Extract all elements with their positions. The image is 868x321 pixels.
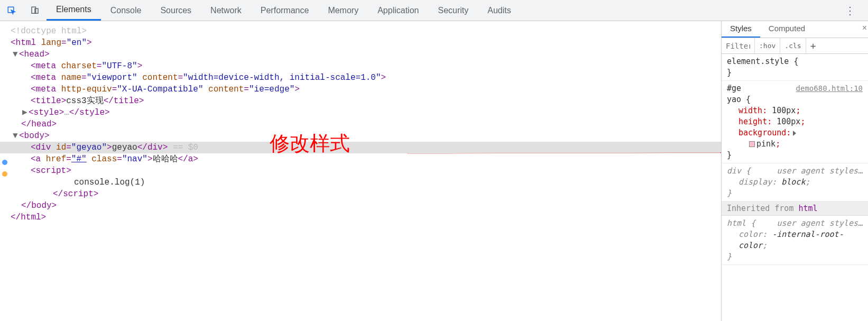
dom-line[interactable]: <title>css3实现</title> <box>0 95 721 107</box>
tab-memory[interactable]: Memory <box>318 0 368 21</box>
css-property[interactable]: width: 100px; <box>727 105 863 116</box>
tab-sources[interactable]: Sources <box>151 0 201 21</box>
dom-line[interactable]: ▼<head> <box>0 49 721 60</box>
new-style-rule-icon[interactable]: + <box>806 38 820 53</box>
styles-filter-row: :hov .cls + <box>722 38 868 54</box>
dom-line[interactable]: <a href="#" class="nav">哈哈哈</a> <box>0 153 721 165</box>
hov-toggle[interactable]: :hov <box>754 38 780 53</box>
style-rule-geyao[interactable]: demo680.html:10 #ge yao { width: 100px; … <box>722 81 868 163</box>
color-swatch-icon[interactable] <box>749 141 755 147</box>
dom-line[interactable]: </script> <box>0 188 721 200</box>
inspect-icon[interactable] <box>3 2 20 19</box>
ua-label: user agent styles… <box>777 166 863 177</box>
css-property: display: block; <box>727 177 863 188</box>
dom-line[interactable]: <meta charset="UTF-8"> <box>0 60 721 72</box>
source-link[interactable]: demo680.html:10 <box>796 83 863 94</box>
selector-text: element.style { <box>727 57 798 66</box>
elements-panel[interactable]: <!doctype html> <html lang="en"> ▼<head>… <box>0 21 721 321</box>
style-rule-html-ua[interactable]: user agent styles… html { color: -intern… <box>722 216 868 265</box>
tab-audits[interactable]: Audits <box>478 0 520 21</box>
dom-line[interactable]: ▼<body> <box>0 130 721 142</box>
dom-line[interactable]: </head> <box>0 118 721 130</box>
dom-line[interactable]: </html> <box>0 212 721 223</box>
tab-elements[interactable]: Elements <box>47 0 101 21</box>
kebab-menu-icon[interactable]: ⋮ <box>839 4 861 17</box>
tab-console[interactable]: Console <box>101 0 151 21</box>
devtools-toolbar: Elements Console Sources Network Perform… <box>0 0 868 21</box>
expand-icon[interactable] <box>793 131 796 136</box>
gutter-marker-icon <box>2 171 7 177</box>
toolbar-right: ⋮ <box>839 4 868 17</box>
style-rule-div-ua[interactable]: user agent styles… div { display: block;… <box>722 163 868 201</box>
selector-text: html { <box>727 218 755 228</box>
gutter-marker-icon <box>2 160 7 165</box>
css-property-value[interactable]: pink; <box>727 139 863 150</box>
style-rule-element[interactable]: element.style { } <box>722 54 868 81</box>
dom-line[interactable]: <script> <box>0 165 721 177</box>
cls-toggle[interactable]: .cls <box>780 38 805 53</box>
css-property[interactable]: background: <box>727 127 863 139</box>
css-property: color: -internal-root-color; <box>727 229 863 251</box>
ua-label: user agent styles… <box>777 218 863 229</box>
tab-application[interactable]: Application <box>368 0 428 21</box>
selector-text: div { <box>727 166 751 176</box>
main-tabs: Elements Console Sources Network Perform… <box>47 0 521 21</box>
dom-line[interactable]: ▶<style>…</style> <box>0 107 721 118</box>
styles-tabs: Styles Computed <box>722 21 868 38</box>
tab-performance[interactable]: Performance <box>251 0 319 21</box>
dom-line[interactable]: <meta http-equiv="X-UA-Compatible" conte… <box>0 84 721 95</box>
selector-text: yao { <box>727 95 751 104</box>
device-toolbar-icon[interactable] <box>26 2 43 19</box>
inherited-from-bar: Inherited from html <box>722 201 868 216</box>
dom-line[interactable]: <meta name="viewport" content="width=dev… <box>0 72 721 84</box>
close-icon[interactable]: × <box>862 23 867 33</box>
styles-filter-input[interactable] <box>722 42 754 50</box>
dom-line[interactable]: <html lang="en"> <box>0 37 721 49</box>
dom-line[interactable]: console.log(1) <box>0 177 721 188</box>
main-area: <!doctype html> <html lang="en"> ▼<head>… <box>0 21 868 321</box>
styles-panel: × Styles Computed :hov .cls + element.st… <box>721 21 868 321</box>
tab-network[interactable]: Network <box>201 0 251 21</box>
selector-text: #ge <box>727 84 741 93</box>
dom-line[interactable]: </body> <box>0 200 721 212</box>
dom-line-selected[interactable]: <div id="geyao">geyao</div> == $0 <box>0 142 721 153</box>
tab-security[interactable]: Security <box>428 0 478 21</box>
dom-line[interactable]: <!doctype html> <box>0 25 721 37</box>
css-property[interactable]: height: 100px; <box>727 116 863 127</box>
tab-computed[interactable]: Computed <box>760 21 814 38</box>
tab-styles[interactable]: Styles <box>722 21 760 38</box>
